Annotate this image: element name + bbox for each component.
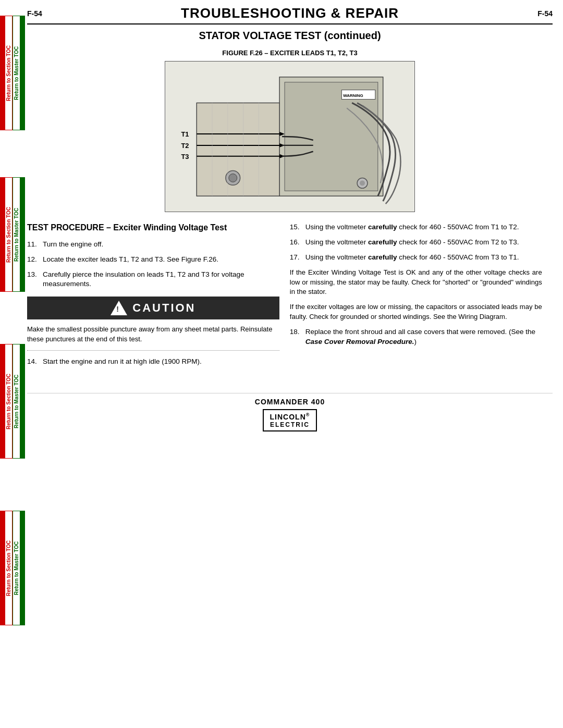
sidebar-group-4: Return to Section TOC Return to Master T… bbox=[0, 511, 25, 625]
svg-text:T2: T2 bbox=[181, 142, 189, 150]
bold-carefully-17: carefully bbox=[368, 253, 397, 261]
sidebar-group-3: Return to Section TOC Return to Master T… bbox=[0, 344, 25, 459]
procedure-heading: TEST PROCEDURE – Exciter Winding Voltage… bbox=[27, 223, 279, 233]
footer-model: COMMANDER 400 bbox=[27, 398, 553, 406]
step-17: 17. Using the voltmeter carefully check … bbox=[290, 253, 542, 263]
sidebar-tab-section-toc-4[interactable]: Return to Section TOC bbox=[5, 511, 13, 625]
exciter-diagram-svg: WARNING bbox=[165, 61, 414, 212]
svg-text:T1: T1 bbox=[181, 130, 189, 138]
svg-text:WARNING: WARNING bbox=[343, 93, 363, 98]
left-sidebar: Return to Section TOC Return to Master T… bbox=[0, 0, 22, 728]
green-bar-1 bbox=[20, 16, 25, 130]
caution-box: CAUTION bbox=[27, 297, 279, 319]
sidebar-tab-master-toc-1[interactable]: Return to Master TOC bbox=[13, 16, 20, 130]
step-16: 16. Using the voltmeter carefully check … bbox=[290, 238, 542, 248]
step-14: 14. Start the engine and run it at high … bbox=[27, 357, 279, 367]
green-bar-2 bbox=[20, 177, 25, 292]
left-column: TEST PROCEDURE – Exciter Winding Voltage… bbox=[27, 223, 279, 372]
sidebar-tab-section-toc-2[interactable]: Return to Section TOC bbox=[5, 177, 13, 292]
brand-subtitle: ELECTRIC bbox=[270, 421, 310, 428]
dotted-divider bbox=[27, 350, 279, 351]
red-bar-4 bbox=[0, 511, 5, 625]
figure-image: WARNING bbox=[165, 61, 415, 212]
red-bar-1 bbox=[0, 16, 5, 130]
right-steps-list: 15. Using the voltmeter carefully check … bbox=[290, 223, 542, 263]
svg-text:T3: T3 bbox=[181, 153, 189, 161]
caution-label: CAUTION bbox=[132, 301, 195, 315]
sidebar-tab-master-toc-3[interactable]: Return to Master TOC bbox=[13, 344, 20, 459]
sidebar-tab-master-toc-2[interactable]: Return to Master TOC bbox=[13, 177, 20, 292]
sidebar-tab-master-toc-4[interactable]: Return to Master TOC bbox=[13, 511, 20, 625]
section-title: STATOR VOLTAGE TEST (continued) bbox=[27, 30, 553, 42]
red-bar-3 bbox=[0, 344, 5, 459]
page-header: F-54 TROUBLESHOOTING & REPAIR F-54 bbox=[27, 5, 553, 24]
green-bar-3 bbox=[20, 344, 25, 459]
page-number-right: F-54 bbox=[537, 9, 553, 18]
two-column-layout: TEST PROCEDURE – Exciter Winding Voltage… bbox=[27, 223, 553, 372]
brand-name: LINCOLN bbox=[270, 412, 306, 421]
procedure-steps-list: 11. Turn the engine off. 12. Locate the … bbox=[27, 240, 279, 290]
sidebar-tab-section-toc-1[interactable]: Return to Section TOC bbox=[5, 16, 13, 130]
sidebar-group-1: Return to Section TOC Return to Master T… bbox=[0, 16, 25, 130]
page-title: TROUBLESHOOTING & REPAIR bbox=[42, 5, 537, 21]
bold-carefully-16: carefully bbox=[368, 238, 397, 246]
right-column: 15. Using the voltmeter carefully check … bbox=[290, 223, 542, 372]
svg-point-16 bbox=[229, 174, 237, 182]
para-2: If the exciter voltages are low or missi… bbox=[290, 302, 542, 322]
step-11: 11. Turn the engine off. bbox=[27, 240, 279, 250]
green-bar-4 bbox=[20, 511, 25, 625]
page-footer: COMMANDER 400 LINCOLN® ELECTRIC bbox=[27, 393, 553, 432]
step-12: 12. Locate the exciter leads T1, T2 and … bbox=[27, 255, 279, 265]
page-number-left: F-54 bbox=[27, 9, 42, 18]
red-bar-2 bbox=[0, 177, 5, 292]
sidebar-group-2: Return to Section TOC Return to Master T… bbox=[0, 177, 25, 292]
step-14-list: 14. Start the engine and run it at high … bbox=[27, 357, 279, 367]
figure-container: WARNING bbox=[27, 61, 553, 212]
registered-mark: ® bbox=[306, 412, 310, 417]
bold-italic-case-cover: Case Cover Removal Procedure. bbox=[305, 338, 414, 346]
caution-triangle-icon bbox=[111, 301, 127, 315]
para-1: If the Exciter Winding Voltage Test is O… bbox=[290, 268, 542, 298]
main-content: F-54 TROUBLESHOOTING & REPAIR F-54 STATO… bbox=[22, 0, 563, 442]
step-13: 13. Carefully pierce the insulation on l… bbox=[27, 270, 279, 290]
sidebar-tab-section-toc-3[interactable]: Return to Section TOC bbox=[5, 344, 13, 459]
step-18: 18. Replace the front shroud and all cas… bbox=[290, 327, 542, 347]
bold-carefully-15: carefully bbox=[368, 223, 397, 231]
lincoln-electric-logo: LINCOLN® ELECTRIC bbox=[263, 409, 317, 432]
step-18-list: 18. Replace the front shroud and all cas… bbox=[290, 327, 542, 347]
figure-title: FIGURE F.26 – EXCITER LEADS T1, T2, T3 bbox=[27, 49, 553, 57]
step-15: 15. Using the voltmeter carefully check … bbox=[290, 223, 542, 232]
svg-point-18 bbox=[360, 180, 365, 186]
caution-body-text: Make the smallest possible puncture away… bbox=[27, 325, 279, 343]
